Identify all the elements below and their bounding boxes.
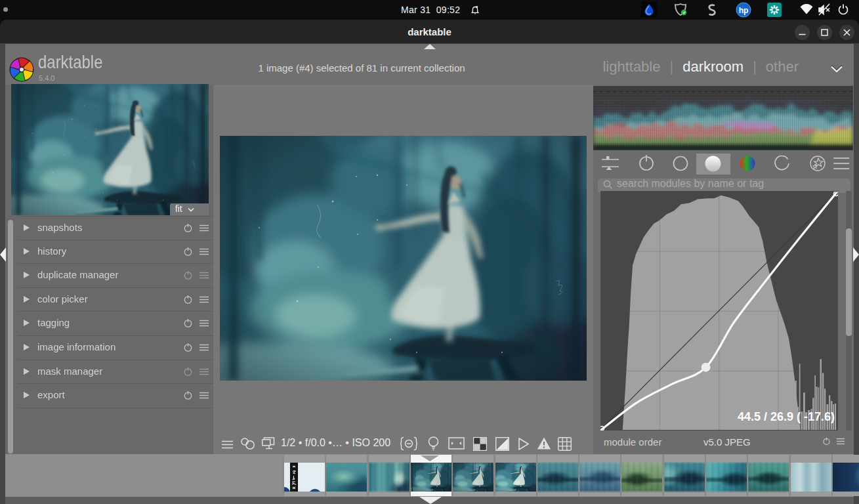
- svg-text:hp: hp: [739, 6, 749, 15]
